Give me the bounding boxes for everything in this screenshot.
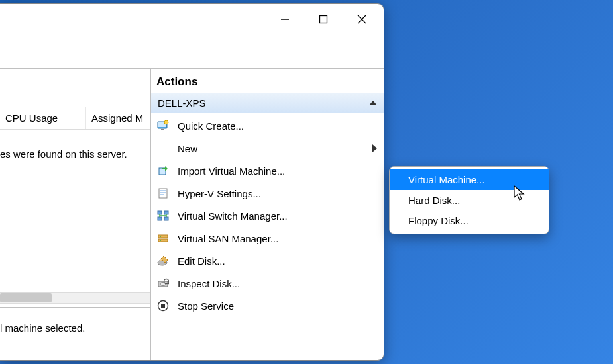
submenu-hard-disk[interactable]: Hard Disk... — [390, 190, 549, 210]
action-edit-disk[interactable]: Edit Disk... — [151, 250, 384, 272]
empty-vm-message: es were found on this server. — [0, 130, 150, 159]
action-new[interactable]: New — [151, 137, 384, 159]
content-area: CPU Usage Assigned M es were found on th… — [0, 69, 384, 360]
action-import-vm[interactable]: Import Virtual Machine... — [151, 159, 384, 182]
svg-rect-15 — [164, 211, 168, 214]
action-inspect-disk[interactable]: Inspect Disk... — [151, 272, 384, 295]
action-label: Import Virtual Machine... — [178, 165, 377, 177]
action-virtual-san-manager[interactable]: Virtual SAN Manager... — [151, 227, 384, 250]
svg-rect-1 — [320, 16, 327, 23]
svg-rect-16 — [158, 217, 162, 220]
hyperv-manager-window: CPU Usage Assigned M es were found on th… — [0, 3, 384, 361]
close-button[interactable] — [343, 7, 381, 32]
action-stop-service[interactable]: Stop Service — [151, 295, 384, 317]
san-manager-icon — [156, 232, 170, 245]
action-hyperv-settings[interactable]: Hyper-V Settings... — [151, 182, 384, 205]
svg-rect-28 — [161, 304, 165, 308]
actions-host-header[interactable]: DELL-XPS — [151, 93, 384, 113]
main-pane: CPU Usage Assigned M es were found on th… — [0, 69, 151, 360]
actions-pane: Actions DELL-XPS Quick Create... New — [151, 69, 384, 360]
settings-page-icon — [156, 187, 170, 200]
import-icon — [156, 164, 170, 177]
svg-point-7 — [164, 120, 168, 124]
action-label: Stop Service — [178, 300, 377, 312]
titlebar — [0, 4, 384, 36]
toolbar — [0, 36, 384, 69]
column-cpu-usage[interactable]: CPU Usage — [0, 107, 86, 129]
new-submenu: Virtual Machine... Hard Disk... Floppy D… — [389, 166, 549, 234]
stop-icon — [156, 299, 170, 312]
edit-disk-icon — [156, 254, 170, 267]
svg-rect-14 — [158, 211, 162, 214]
horizontal-scrollbar[interactable] — [0, 292, 150, 304]
actions-list: Quick Create... New Import Virtual Machi… — [151, 113, 384, 318]
minimize-button[interactable] — [266, 7, 304, 32]
svg-point-20 — [160, 236, 161, 237]
submenu-floppy-disk[interactable]: Floppy Disk... — [390, 210, 549, 231]
action-label: Inspect Disk... — [178, 278, 377, 289]
maximize-button[interactable] — [304, 7, 343, 32]
action-label: Hyper-V Settings... — [178, 188, 377, 199]
blank-icon — [156, 142, 170, 155]
action-label: Edit Disk... — [178, 255, 377, 267]
action-label: Virtual SAN Manager... — [178, 233, 377, 244]
submenu-virtual-machine[interactable]: Virtual Machine... — [390, 169, 549, 190]
no-selection-message: l machine selected. — [0, 322, 85, 334]
host-name: DELL-XPS — [158, 97, 206, 109]
collapse-arrow-icon — [369, 101, 377, 105]
svg-rect-17 — [164, 217, 168, 220]
action-label: New — [178, 143, 364, 154]
svg-rect-10 — [159, 189, 167, 198]
submenu-arrow-icon — [372, 144, 377, 152]
details-pane: l machine selected. — [0, 307, 150, 360]
actions-pane-title: Actions — [151, 69, 384, 93]
action-label: Quick Create... — [178, 120, 377, 132]
column-assigned-memory[interactable]: Assigned M — [86, 107, 150, 129]
inspect-disk-icon — [156, 277, 170, 290]
action-quick-create[interactable]: Quick Create... — [151, 114, 384, 137]
switch-manager-icon — [156, 209, 170, 222]
svg-rect-6 — [161, 129, 164, 130]
vm-list-header: CPU Usage Assigned M — [0, 107, 150, 130]
action-virtual-switch-manager[interactable]: Virtual Switch Manager... — [151, 205, 384, 227]
svg-point-21 — [160, 240, 161, 241]
action-label: Virtual Switch Manager... — [178, 210, 377, 222]
scrollbar-thumb[interactable] — [0, 293, 52, 302]
monitor-sparkle-icon — [156, 119, 170, 132]
